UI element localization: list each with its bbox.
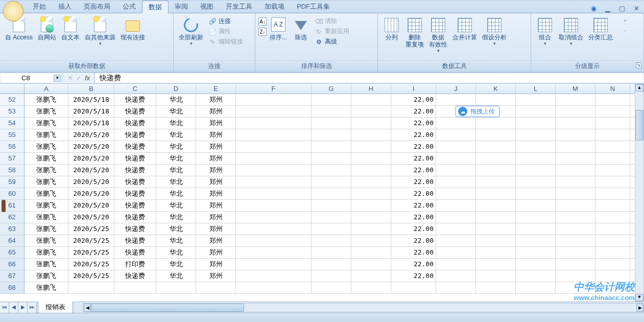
column-header[interactable]: N xyxy=(595,84,630,94)
cell[interactable]: 22.00 xyxy=(391,141,436,152)
cell[interactable] xyxy=(516,188,556,199)
cell[interactable] xyxy=(312,129,351,141)
cell[interactable]: 快递费 xyxy=(114,270,156,282)
cell[interactable]: 华北 xyxy=(156,223,196,235)
cell[interactable]: 郑州 xyxy=(196,176,236,188)
cell[interactable] xyxy=(351,118,391,129)
cell[interactable] xyxy=(236,118,312,129)
cell[interactable] xyxy=(312,223,351,235)
column-header[interactable]: E xyxy=(196,84,236,94)
cell[interactable]: 郑州 xyxy=(196,118,236,129)
cell[interactable]: 22.00 xyxy=(391,165,436,176)
cell[interactable] xyxy=(436,129,476,141)
cell[interactable] xyxy=(351,153,391,164)
from-text-button[interactable]: 自文本 xyxy=(59,15,82,42)
cell[interactable]: 快递费 xyxy=(114,129,156,141)
cell[interactable]: 22.00 xyxy=(391,259,436,270)
column-header[interactable]: I xyxy=(391,84,436,94)
cell[interactable] xyxy=(556,259,595,270)
cell[interactable] xyxy=(516,165,556,176)
dialog-launcher-icon[interactable]: ↘ xyxy=(636,62,642,68)
column-header[interactable]: K xyxy=(476,84,516,94)
table-row[interactable]: 张鹏飞2020/5/18快递费华北郑州22.00 xyxy=(25,94,644,106)
cell[interactable]: 快递费 xyxy=(114,247,156,258)
cell[interactable] xyxy=(436,141,476,152)
cell[interactable]: 快递费 xyxy=(114,94,156,105)
cell[interactable] xyxy=(312,235,351,246)
table-row[interactable]: 张鹏飞2020/5/25打印费华北郑州22.00 xyxy=(25,259,644,270)
cell[interactable] xyxy=(556,176,595,188)
ribbon-tab-3[interactable]: 公式 xyxy=(116,1,142,13)
cell[interactable] xyxy=(351,200,391,211)
cell[interactable] xyxy=(236,153,312,164)
cell[interactable]: 华北 xyxy=(156,153,196,164)
cell[interactable]: 华北 xyxy=(156,106,196,117)
cell[interactable] xyxy=(312,176,351,188)
sort-asc-button[interactable]: A↓ xyxy=(258,17,267,26)
cell[interactable]: 华北 xyxy=(156,212,196,223)
cell[interactable] xyxy=(236,176,312,188)
cell[interactable] xyxy=(476,212,516,223)
cell[interactable] xyxy=(516,235,556,246)
cell[interactable]: 郑州 xyxy=(196,165,236,176)
cell[interactable]: 郑州 xyxy=(196,235,236,246)
cell[interactable] xyxy=(595,165,630,176)
cell[interactable]: 郑州 xyxy=(196,141,236,152)
prev-sheet-icon[interactable]: ◀ xyxy=(9,303,18,313)
cell[interactable] xyxy=(476,118,516,129)
window-restore-icon[interactable]: ▢ xyxy=(617,4,627,13)
scroll-up-icon[interactable]: ▲ xyxy=(635,84,643,91)
cell[interactable]: 2020/5/25 xyxy=(68,270,114,282)
cell[interactable]: 快递费 xyxy=(114,200,156,211)
cell[interactable]: 郑州 xyxy=(196,188,236,199)
cell[interactable] xyxy=(595,94,630,105)
cell[interactable] xyxy=(236,165,312,176)
cell[interactable]: 22.00 xyxy=(391,129,436,141)
scroll-down-icon[interactable]: ▼ xyxy=(635,294,643,301)
table-row[interactable]: 张鹏飞2020/5/20快递费华北郑州22.00 xyxy=(25,188,644,200)
cell[interactable] xyxy=(351,259,391,270)
column-header[interactable]: J xyxy=(436,84,476,94)
cell[interactable] xyxy=(556,165,595,176)
scroll-thumb[interactable] xyxy=(91,304,244,312)
cell[interactable] xyxy=(516,259,556,270)
cell[interactable] xyxy=(436,247,476,258)
column-header[interactable]: B xyxy=(68,84,114,94)
refresh-all-button[interactable]: 全部刷新▾ xyxy=(177,15,205,47)
cell[interactable]: 张鹏飞 xyxy=(25,129,68,141)
cell[interactable] xyxy=(595,141,630,152)
cell[interactable] xyxy=(312,212,351,223)
cell[interactable]: 张鹏飞 xyxy=(25,200,68,211)
cell[interactable]: 快递费 xyxy=(114,212,156,223)
cell[interactable]: 2020/5/20 xyxy=(68,153,114,164)
cell[interactable] xyxy=(312,270,351,282)
cell[interactable]: 快递费 xyxy=(114,165,156,176)
cell[interactable] xyxy=(516,212,556,223)
cell[interactable] xyxy=(516,282,556,293)
cell[interactable]: 张鹏飞 xyxy=(25,176,68,188)
cell[interactable] xyxy=(476,129,516,141)
cell[interactable] xyxy=(516,223,556,235)
cell[interactable] xyxy=(516,247,556,258)
cell[interactable]: 华北 xyxy=(156,141,196,152)
cell[interactable] xyxy=(436,94,476,105)
cell[interactable] xyxy=(476,259,516,270)
cell[interactable]: 2020/5/20 xyxy=(68,176,114,188)
cell[interactable]: 郑州 xyxy=(196,259,236,270)
cell[interactable] xyxy=(236,94,312,105)
cell[interactable] xyxy=(312,141,351,152)
remove-duplicates-button[interactable]: 删除 重复项 xyxy=(403,15,426,49)
ribbon-tab-2[interactable]: 页面布局 xyxy=(78,1,116,13)
table-row[interactable]: 张鹏飞2020/5/20快递费华北郑州22.00 xyxy=(25,153,644,165)
column-header[interactable]: L xyxy=(516,84,556,94)
cell[interactable] xyxy=(595,259,630,270)
cell[interactable]: 郑州 xyxy=(196,212,236,223)
cell[interactable]: 22.00 xyxy=(391,200,436,211)
column-header[interactable]: H xyxy=(351,84,391,94)
ribbon-tab-4[interactable]: 数据 xyxy=(142,1,169,13)
cell[interactable] xyxy=(236,235,312,246)
table-row[interactable]: 张鹏飞2020/5/25快递费华北郑州22.00 xyxy=(25,235,644,247)
cell[interactable] xyxy=(595,247,630,258)
row-header[interactable]: 65 xyxy=(0,247,24,259)
table-row[interactable]: 张鹏飞2020/5/25快递费华北郑州22.00 xyxy=(25,247,644,259)
